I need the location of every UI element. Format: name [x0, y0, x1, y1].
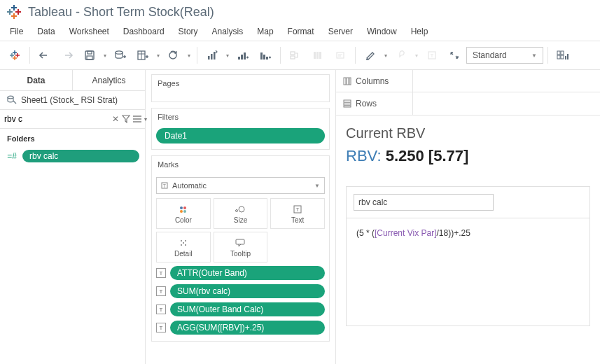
detail-icon: [179, 237, 188, 248]
svg-rect-30: [214, 52, 216, 59]
pill-label: AGG(SUM([RBV])+.25): [170, 321, 325, 335]
menu-worksheet[interactable]: Worksheet: [62, 24, 116, 41]
datasource-row[interactable]: Sheet1 (Stock_ RSI Strat): [0, 91, 145, 109]
calculation-editor: rbv calc (5 * ([Current Vix Par]/18))+.2…: [346, 186, 590, 326]
marks-detail-button[interactable]: Detail: [156, 232, 211, 262]
svg-point-67: [183, 210, 186, 213]
new-datasource-icon[interactable]: [110, 45, 131, 66]
menu-data[interactable]: Data: [30, 24, 62, 41]
marks-type-selector[interactable]: T Automatic ▼: [156, 177, 325, 194]
field-rbv-calc[interactable]: =# rbv calc: [6, 148, 139, 164]
datasource-icon: [7, 95, 17, 105]
svg-rect-36: [260, 52, 263, 59]
formula-parameter: [Current Vix Par]: [375, 228, 436, 238]
svg-rect-57: [567, 54, 568, 59]
highlight-dropdown-icon[interactable]: ▾: [382, 52, 389, 59]
show-me-icon[interactable]: [552, 45, 573, 66]
svg-rect-44: [316, 52, 319, 59]
tab-analytics[interactable]: Analytics: [72, 70, 145, 90]
svg-rect-28: [208, 56, 210, 59]
clear-dropdown-icon[interactable]: ▾: [186, 52, 193, 59]
marks-header: Marks: [152, 156, 329, 173]
rbv-mark[interactable]: RBV: 5.250 [5.77]: [346, 147, 590, 165]
filter-pill-date1[interactable]: Date1: [156, 128, 325, 144]
marks-tooltip-button[interactable]: Tooltip: [214, 232, 268, 262]
rbv-label: RBV:: [346, 147, 382, 164]
menu-bar: File Data Worksheet Dashboard Story Anal…: [0, 24, 600, 41]
color-icon: [179, 204, 188, 215]
formula-text-suffix: /18))+.25: [437, 228, 470, 238]
save-icon[interactable]: [79, 45, 100, 66]
columns-label: Columns: [356, 76, 389, 86]
text-pill-agg-sum-rbv[interactable]: T AGG(SUM([RBV])+.25): [156, 320, 325, 335]
filter-icon[interactable]: [122, 115, 130, 123]
text-pill-sum-outer-band-calc[interactable]: T SUM(Outer Band Calc): [156, 302, 325, 317]
marks-text-button[interactable]: T Text: [270, 198, 325, 229]
filters-header: Filters: [152, 108, 329, 125]
svg-rect-41: [291, 52, 295, 55]
marks-color-label: Color: [175, 216, 192, 224]
sheet-title[interactable]: Current RBV: [346, 125, 590, 141]
totals-icon[interactable]: [307, 45, 328, 66]
text-pill-attr-outer-band[interactable]: T ATTR(Outer Band): [156, 265, 325, 281]
svg-text:T: T: [431, 52, 434, 59]
svg-point-66: [180, 210, 183, 213]
new-worksheet-icon[interactable]: [132, 45, 153, 66]
menu-file[interactable]: File: [3, 24, 30, 41]
menu-map[interactable]: Map: [250, 24, 280, 41]
menu-analysis[interactable]: Analysis: [205, 24, 251, 41]
tableau-home-icon[interactable]: [4, 45, 25, 66]
list-view-icon[interactable]: [133, 115, 141, 122]
marks-tooltip-label: Tooltip: [230, 250, 251, 258]
clear-icon[interactable]: [163, 45, 184, 66]
clear-search-icon[interactable]: ✕: [112, 114, 119, 124]
pill-label: SUM(rbv calc): [170, 284, 325, 298]
redo-icon[interactable]: [57, 45, 78, 66]
text-mark-icon: T: [156, 286, 166, 296]
text-format-icon[interactable]: T: [421, 45, 442, 66]
svg-rect-42: [291, 56, 295, 59]
pages-shelf[interactable]: [152, 92, 329, 102]
rbv-bracket: [5.77]: [428, 147, 468, 164]
svg-rect-79: [347, 78, 349, 85]
svg-text:T: T: [163, 183, 167, 188]
new-worksheet-dropdown-icon[interactable]: ▾: [155, 52, 162, 59]
menu-help[interactable]: Help: [404, 24, 435, 41]
menu-window[interactable]: Window: [360, 24, 404, 41]
tab-data[interactable]: Data: [0, 70, 72, 90]
svg-rect-78: [344, 78, 346, 85]
field-label: rbv calc: [22, 150, 139, 162]
marks-card: Marks T Automatic ▼ Color S: [151, 155, 330, 342]
group-icon[interactable]: [285, 45, 306, 66]
calc-formula-input[interactable]: (5 * ([Current Vix Par]/18))+.25: [347, 218, 589, 248]
show-labels-icon[interactable]: [330, 45, 351, 66]
sort-asc-icon[interactable]: [232, 45, 253, 66]
undo-icon[interactable]: [34, 45, 55, 66]
menu-story[interactable]: Story: [172, 24, 205, 41]
marks-size-button[interactable]: Size: [214, 198, 268, 229]
pin-dropdown-icon[interactable]: ▾: [413, 52, 420, 59]
menu-dashboard[interactable]: Dashboard: [116, 24, 172, 41]
swap-dropdown-icon[interactable]: ▾: [224, 52, 231, 59]
tableau-logo-icon: [6, 4, 22, 20]
marks-color-button[interactable]: Color: [156, 198, 211, 229]
highlight-icon[interactable]: [360, 45, 381, 66]
svg-rect-33: [244, 52, 246, 59]
chevron-down-icon: ▼: [314, 183, 320, 189]
svg-point-19: [116, 51, 123, 54]
menu-format[interactable]: Format: [281, 24, 321, 41]
pin-icon[interactable]: [391, 45, 412, 66]
swap-icon[interactable]: [202, 45, 223, 66]
sort-desc-icon[interactable]: [255, 45, 276, 66]
save-dropdown-icon[interactable]: ▾: [102, 52, 109, 59]
svg-rect-17: [88, 51, 92, 54]
search-input[interactable]: [4, 114, 109, 124]
fit-selector[interactable]: Standard ▼: [466, 47, 543, 64]
fit-icon[interactable]: [444, 45, 465, 66]
menu-server[interactable]: Server: [321, 24, 360, 41]
text-pill-sum-rbv-calc[interactable]: T SUM(rbv calc): [156, 284, 325, 299]
toolbar: ▾ ▾ ▾ ▾ ▾ ▾ T Standard ▼: [0, 41, 600, 70]
svg-rect-53: [561, 51, 564, 55]
text-icon: T: [293, 204, 302, 215]
calc-name-input[interactable]: rbv calc: [354, 194, 494, 211]
